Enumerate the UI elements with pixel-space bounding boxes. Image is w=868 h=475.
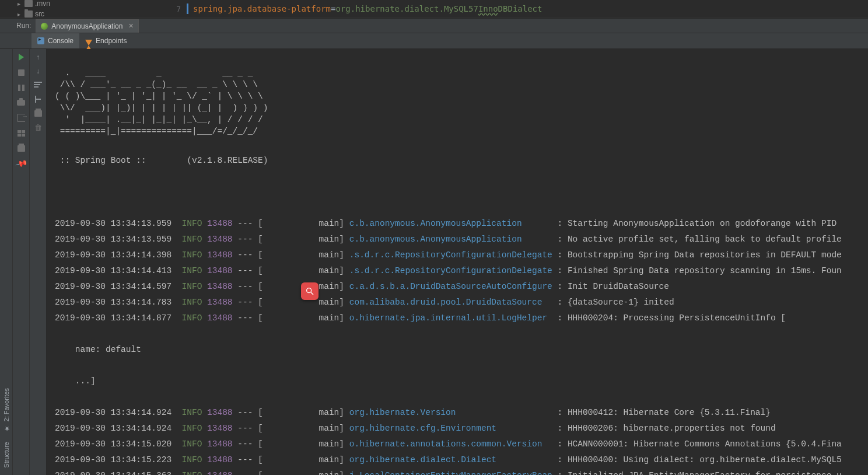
search-icon <box>305 287 314 296</box>
search-fab[interactable] <box>301 282 318 300</box>
folder-icon <box>24 11 33 18</box>
trash-icon: 🗑 <box>34 123 42 132</box>
tab-console[interactable]: Console <box>32 33 79 48</box>
favorites-label: 2: Favorites <box>3 388 10 421</box>
editor-strip: ▸ .mvn ▸ src 7 spring.jpa.database-platf… <box>0 0 868 18</box>
log-line: 2019-09-30 13:34:14.877 INFO 13488 --- [… <box>55 310 868 326</box>
spring-banner: . ____ _ __ _ _ /\\ / ___'_ __ _ _(_)_ _… <box>55 67 868 137</box>
run-tab-anonymous-app[interactable]: AnonymousApplication ✕ <box>36 19 139 33</box>
pin-button[interactable]: 📌 <box>16 159 26 168</box>
rerun-button[interactable] <box>16 53 26 62</box>
print-console-button[interactable] <box>33 109 43 118</box>
log-line: 2019-09-30 13:34:14.783 INFO 13488 --- [… <box>55 295 868 310</box>
tree-icon <box>34 96 42 103</box>
print-icon <box>18 145 25 152</box>
log-line: 2019-09-30 13:34:14.924 INFO 13488 --- [… <box>55 405 868 421</box>
tree-label: src <box>35 10 44 18</box>
prop-val-wavy: Inno <box>478 4 498 13</box>
console-output[interactable]: . ____ _ __ _ _ /\\ / ___'_ __ _ _(_)_ _… <box>47 49 868 475</box>
log-line: 2019-09-30 13:34:15.020 INFO 13488 --- [… <box>55 436 868 452</box>
scroll-up-button[interactable]: ↑ <box>33 53 43 62</box>
log-line: 2019-09-30 13:34:15.223 INFO 13488 --- [… <box>55 452 868 468</box>
run-label: Run: <box>0 22 36 30</box>
print-icon <box>34 110 42 117</box>
log-line: 2019-09-30 13:34:14.398 INFO 13488 --- [… <box>55 247 868 263</box>
log-line: 2019-09-30 13:34:13.959 INFO 13488 --- [… <box>55 216 868 232</box>
run-action-column: 📌 <box>13 49 30 475</box>
exit-icon <box>18 114 25 122</box>
soft-wrap-button[interactable] <box>33 81 43 90</box>
tab-endpoints-label: Endpoints <box>96 37 127 45</box>
wrap-icon <box>34 82 42 89</box>
scroll-to-end-button[interactable] <box>33 95 43 104</box>
svg-point-0 <box>307 288 312 293</box>
run-toolbar: Run: AnonymousApplication ✕ <box>0 18 868 33</box>
tab-endpoints[interactable]: Endpoints <box>79 33 132 48</box>
log-continuation: ...] <box>55 373 868 389</box>
prop-val-b: DBDialect <box>498 4 542 13</box>
arrow-up-icon: ↑ <box>36 53 40 61</box>
left-vertical-bar: ★ 2: Favorites Structure <box>0 49 13 475</box>
structure-label: Structure <box>3 442 10 468</box>
spring-icon <box>41 23 48 30</box>
dump-button[interactable] <box>16 98 26 107</box>
console-icon <box>37 37 44 44</box>
folder-icon <box>24 0 33 7</box>
editor-line[interactable]: spring.jpa.database-platform=org.hiberna… <box>187 4 542 14</box>
log-line: 2019-09-30 13:34:15.363 INFO 13488 --- [… <box>55 468 868 475</box>
sidebar-structure-button[interactable]: Structure <box>3 437 10 473</box>
console-action-column: ↑ ↓ 🗑 <box>30 49 47 475</box>
caret-icon[interactable]: ▸ <box>18 11 22 18</box>
log-line: 2019-09-30 13:34:14.413 INFO 13488 --- [… <box>55 263 868 279</box>
editor-caret <box>187 4 188 14</box>
close-icon[interactable]: ✕ <box>126 22 134 30</box>
tree-item-src[interactable]: ▸ src <box>18 10 158 18</box>
toolwindow-tabs: Console Endpoints <box>0 33 868 49</box>
layout-icon <box>18 130 25 137</box>
prop-eq: = <box>331 4 335 13</box>
pin-icon: 📌 <box>15 157 28 170</box>
log-line: 2019-09-30 13:34:14.597 INFO 13488 --- [… <box>55 279 868 295</box>
run-tab-label: AnonymousApplication <box>51 22 123 30</box>
svg-line-1 <box>311 292 313 295</box>
tab-console-label: Console <box>48 37 74 45</box>
pause-icon <box>18 85 24 91</box>
prop-key: spring.jpa.database-platform <box>193 4 331 13</box>
pause-button[interactable] <box>16 83 26 92</box>
stop-button[interactable] <box>16 68 26 77</box>
log-continuation: name: default <box>55 342 868 358</box>
log-line: 2019-09-30 13:34:13.959 INFO 13488 --- [… <box>55 232 868 247</box>
tree-item-mvn[interactable]: ▸ .mvn <box>18 0 158 8</box>
project-tree[interactable]: ▸ .mvn ▸ src <box>0 0 158 18</box>
caret-icon[interactable]: ▸ <box>18 1 22 7</box>
prop-val-a: org.hibernate.dialect.MySQL57 <box>335 4 478 13</box>
stop-icon <box>18 69 24 76</box>
arrow-down-icon: ↓ <box>36 67 40 75</box>
play-icon <box>19 54 24 61</box>
tree-label: .mvn <box>35 0 50 8</box>
layout-button[interactable] <box>16 128 26 138</box>
editor-line-number: 7 <box>158 5 187 13</box>
log-line: 2019-09-30 13:34:14.924 INFO 13488 --- [… <box>55 421 868 436</box>
spring-version-line: :: Spring Boot :: (v2.1.8.RELEASE) <box>55 153 868 169</box>
scroll-down-button[interactable]: ↓ <box>33 67 43 76</box>
exit-button[interactable] <box>16 113 26 123</box>
star-icon: ★ <box>2 425 10 432</box>
print-button[interactable] <box>16 144 26 153</box>
clear-button[interactable]: 🗑 <box>33 123 43 132</box>
camera-icon <box>17 100 25 106</box>
sidebar-favorites-button[interactable]: ★ 2: Favorites <box>2 383 10 437</box>
